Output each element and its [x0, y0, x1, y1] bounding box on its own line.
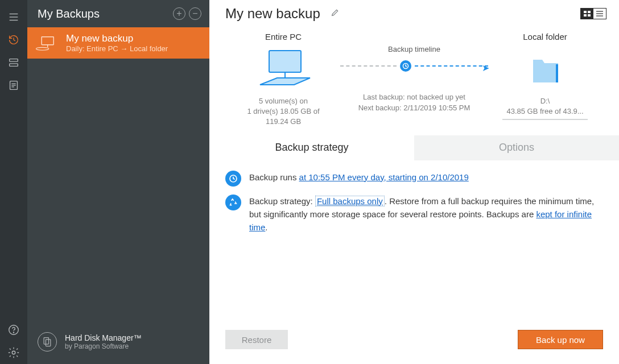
- remove-backup-button[interactable]: −: [189, 7, 201, 20]
- tab-strategy[interactable]: Backup strategy: [209, 135, 414, 160]
- folder-icon: [488, 47, 602, 92]
- svg-rect-4: [10, 64, 18, 67]
- timeline-column: Backup timeline ➤ Last backup: not backe…: [340, 32, 488, 127]
- nav-rail: [0, 0, 27, 364]
- history-icon[interactable]: [0, 28, 27, 51]
- product-vendor: by Paragon Software: [65, 342, 142, 350]
- destination-column: Local folder D:\ 43.85 GB free of 43.9..…: [488, 32, 602, 127]
- source-title: Entire PC: [226, 32, 340, 42]
- last-backup-text: Last backup: not backed up yet: [358, 92, 471, 103]
- strategy-end: .: [265, 222, 267, 232]
- backup-now-button[interactable]: Back up now: [518, 330, 603, 349]
- svg-rect-12: [42, 36, 53, 44]
- source-info-line3: 119.24 GB: [226, 117, 340, 127]
- source-pc-icon: [226, 47, 340, 92]
- svg-rect-19: [584, 14, 587, 16]
- menu-icon[interactable]: [0, 6, 27, 28]
- page-title: My new backup: [225, 6, 320, 22]
- layout-grid-button[interactable]: [581, 9, 593, 19]
- backup-item-subtitle: Daily: Entire PC → Local folder: [66, 44, 168, 53]
- recycle-icon: [225, 195, 241, 210]
- source-info-line1: 5 volume(s) on: [226, 96, 340, 106]
- svg-point-10: [13, 332, 14, 333]
- destination-title: Local folder: [488, 32, 602, 42]
- svg-rect-17: [584, 11, 587, 13]
- schedule-link[interactable]: at 10:55 PM every day, starting on 2/10/…: [299, 172, 469, 182]
- svg-rect-18: [588, 11, 591, 13]
- document-icon[interactable]: [0, 74, 27, 97]
- svg-rect-24: [269, 51, 301, 72]
- arrow-right-icon: ➤: [482, 63, 489, 73]
- add-backup-button[interactable]: +: [173, 7, 185, 20]
- tabs: Backup strategy Options: [209, 135, 619, 160]
- timeline-label: Backup timeline: [388, 45, 440, 53]
- drives-icon[interactable]: [0, 51, 27, 74]
- sidebar: My Backups + − My new backup Daily: Enti…: [27, 0, 209, 364]
- strategy-body: Backup runs at 10:55 PM every day, start…: [209, 160, 619, 253]
- layout-toggle: [580, 8, 606, 19]
- product-logo-icon: [38, 332, 57, 351]
- settings-icon[interactable]: [0, 341, 27, 364]
- help-icon[interactable]: [0, 318, 27, 341]
- product-footer: Hard Disk Manager™ by Paragon Software: [27, 322, 209, 364]
- destination-free: 43.85 GB free of 43.9...: [488, 106, 602, 117]
- product-name: Hard Disk Manager™: [65, 333, 142, 342]
- strategy-prefix: Backup strategy:: [249, 196, 315, 206]
- svg-rect-28: [556, 64, 558, 82]
- sidebar-title: My Backups: [38, 7, 170, 20]
- edit-title-icon[interactable]: [331, 8, 340, 19]
- svg-rect-3: [10, 59, 18, 62]
- svg-point-11: [12, 351, 15, 354]
- strategy-type-link[interactable]: Full backups only: [315, 196, 385, 206]
- svg-rect-20: [588, 14, 591, 16]
- svg-rect-15: [44, 338, 48, 345]
- tab-options[interactable]: Options: [414, 135, 619, 160]
- source-column: Entire PC 5 volume(s) on 1 drive(s) 18.0…: [226, 32, 340, 127]
- next-backup-text: Next backup: 2/11/2019 10:55 PM: [358, 103, 471, 114]
- svg-point-14: [36, 47, 48, 50]
- layout-list-button[interactable]: [593, 9, 606, 19]
- backup-item-title: My new backup: [66, 33, 168, 44]
- timeline-clock-icon: [400, 60, 411, 72]
- restore-button[interactable]: Restore: [225, 330, 288, 349]
- svg-rect-16: [46, 340, 51, 346]
- backup-list-item[interactable]: My new backup Daily: Entire PC → Local f…: [27, 27, 209, 59]
- clock-icon: [225, 171, 241, 187]
- main-panel: My new backup Entire PC: [209, 0, 619, 364]
- runs-prefix: Backup runs: [249, 172, 299, 182]
- source-info-line2: 1 drive(s) 18.05 GB of: [226, 106, 340, 117]
- pc-icon: [35, 35, 59, 52]
- destination-path: D:\: [488, 96, 602, 106]
